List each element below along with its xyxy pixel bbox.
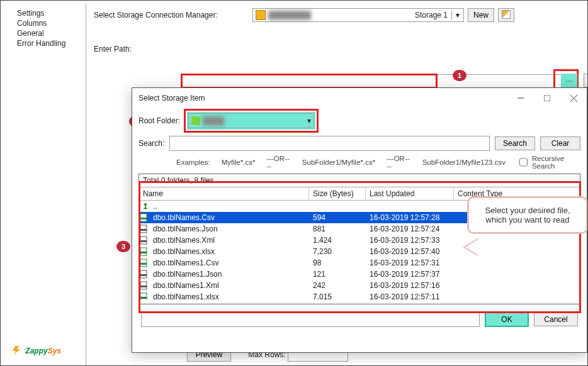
highlight-path — [181, 74, 438, 89]
file-name: dbo.tblNames.Xml — [152, 236, 309, 245]
sidebar: Settings Columns General Error Handling — [3, 3, 86, 365]
svg-rect-1 — [544, 95, 550, 101]
file-row[interactable]: dbo.tblNames.xlsx7,23016-03-2019 12:57:4… — [139, 246, 580, 257]
annotation-badge-3: 3 — [116, 241, 130, 252]
file-row[interactable]: dbo.tblNames1.Csv9816-03-2019 12:57:31 — [139, 257, 580, 269]
file-icon — [139, 281, 152, 290]
sidebar-item-settings[interactable]: Settings — [6, 8, 83, 18]
file-icon — [139, 225, 152, 233]
file-name: dbo.tblNames.Json — [152, 225, 309, 233]
select-storage-dialog: Select Storage Item Root Folder: ████ ▾ … — [132, 87, 587, 353]
file-name: dbo.tblNames1.Csv — [152, 258, 309, 267]
dialog-title: Select Storage Item — [139, 94, 507, 103]
svg-rect-19 — [140, 297, 147, 299]
new-conn-button[interactable]: New — [468, 8, 494, 22]
bucket-icon — [191, 116, 201, 126]
file-name: dbo.tblNames1.Json — [152, 270, 309, 279]
highlight-root: ████ ▾ — [184, 109, 319, 133]
conn-label: Select Storage Connection Manager: — [94, 11, 249, 19]
maximize-button[interactable] — [534, 89, 560, 108]
col-name[interactable]: Name — [139, 187, 309, 200]
col-size[interactable]: Size (Bytes) — [309, 187, 366, 200]
file-icon — [139, 247, 152, 256]
search-button[interactable]: Search — [495, 136, 535, 150]
file-date: 16-03-2019 12:57:31 — [366, 258, 454, 267]
svg-rect-13 — [140, 263, 147, 265]
file-icon — [139, 213, 152, 222]
file-list: Total 0 folders, 8 files Name Size (Byte… — [139, 174, 580, 304]
examples-row: Examples: Myfile*.cs*---OR---- SubFolder… — [176, 155, 580, 170]
annotation-badge-1: 1 — [453, 70, 466, 81]
file-date: 16-03-2019 12:57:16 — [366, 281, 454, 290]
path-label: Enter Path: — [94, 45, 132, 53]
chevron-down-icon: ▾ — [307, 116, 311, 125]
clear-button[interactable]: Clear — [540, 136, 580, 150]
search-input[interactable] — [169, 136, 490, 151]
svg-rect-11 — [140, 252, 147, 253]
root-folder-label: Root Folder: — [139, 116, 180, 125]
file-row[interactable]: dbo.tblNames1.xlsx7,01516-03-2019 12:57:… — [139, 291, 580, 300]
file-date: 16-03-2019 12:57:28 — [366, 213, 454, 222]
conn-select[interactable]: ████████ Storage 1 ▾ — [252, 8, 464, 22]
file-size: 881 — [309, 225, 366, 233]
col-date[interactable]: Last Updated — [366, 187, 454, 200]
svg-rect-5 — [140, 218, 147, 219]
file-date: 16-03-2019 12:57:40 — [366, 247, 454, 256]
up-arrow-icon: ↥ — [139, 202, 152, 211]
svg-rect-15 — [140, 274, 147, 276]
file-size: 7,230 — [309, 247, 366, 256]
file-icon — [139, 292, 152, 300]
brand-logo: ZappySys — [12, 346, 61, 355]
file-size: 121 — [309, 270, 366, 279]
file-row[interactable]: dbo.tblNames1.Xml24216-03-2019 12:57:16 — [139, 280, 580, 291]
sidebar-item-general[interactable]: General — [6, 28, 83, 38]
file-name: dbo.tblNames.Csv — [152, 213, 309, 222]
search-label: Search: — [139, 139, 164, 148]
file-size: 7,015 — [309, 292, 366, 300]
file-name: dbo.tblNames1.xlsx — [152, 292, 309, 300]
recursive-search-label: Recursive Search — [532, 155, 580, 170]
pencil-icon — [502, 10, 511, 19]
cancel-button[interactable]: Cancel — [534, 313, 578, 326]
file-date: 16-03-2019 12:57:37 — [366, 270, 454, 279]
chevron-down-icon: ▾ — [451, 11, 463, 19]
file-size: 594 — [309, 213, 366, 222]
file-row[interactable]: dbo.tblNames.Xml1,42416-03-2019 12:57:33 — [139, 235, 580, 246]
ok-button[interactable]: OK — [485, 312, 529, 327]
browse-button[interactable]: … — [561, 74, 577, 89]
file-date: 16-03-2019 12:57:11 — [366, 292, 454, 300]
file-icon — [139, 236, 152, 245]
edit-conn-button[interactable] — [498, 8, 514, 22]
recursive-search-checkbox[interactable] — [519, 158, 528, 167]
storage-icon — [256, 10, 266, 20]
svg-rect-7 — [140, 229, 147, 231]
file-date: 16-03-2019 12:57:24 — [366, 225, 454, 233]
svg-rect-18 — [140, 293, 147, 300]
lightning-icon — [12, 346, 23, 355]
svg-rect-17 — [140, 286, 147, 287]
selected-path-input[interactable] — [141, 312, 480, 327]
file-size: 242 — [309, 281, 366, 290]
clear-path-button[interactable]: ✗ — [584, 74, 588, 87]
sidebar-item-error[interactable]: Error Handling — [6, 38, 83, 48]
file-size: 98 — [309, 258, 366, 267]
file-icon — [139, 258, 152, 267]
root-folder-select[interactable]: ████ ▾ — [188, 113, 314, 128]
file-name: dbo.tblNames.xlsx — [152, 247, 309, 256]
minimize-button[interactable] — [507, 89, 534, 108]
list-status: Total 0 folders, 8 files — [139, 174, 580, 187]
file-row[interactable]: dbo.tblNames1.Json12116-03-2019 12:57:37 — [139, 269, 580, 280]
file-icon — [139, 270, 152, 279]
svg-rect-9 — [140, 240, 147, 242]
close-button[interactable] — [560, 89, 587, 108]
file-date: 16-03-2019 12:57:33 — [366, 236, 454, 245]
file-size: 1,424 — [309, 236, 366, 245]
sidebar-item-columns[interactable]: Columns — [6, 18, 83, 28]
callout: Select your desired file, which you want… — [467, 196, 588, 234]
file-name: dbo.tblNames1.Xml — [152, 281, 309, 290]
